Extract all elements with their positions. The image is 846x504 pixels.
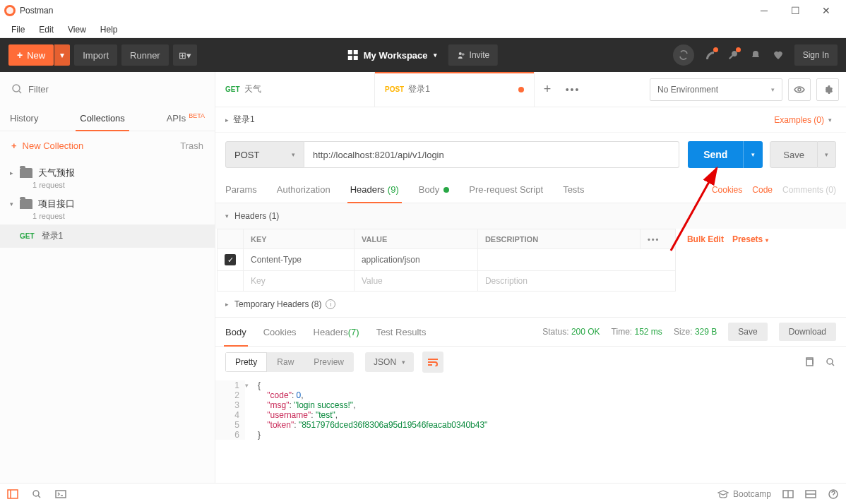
method-selector[interactable]: POST▾	[225, 141, 304, 168]
bulk-edit-link[interactable]: Bulk Edit	[687, 234, 724, 244]
bell-icon[interactable]	[749, 49, 762, 61]
format-selector[interactable]: JSON▾	[365, 352, 414, 372]
two-pane-icon[interactable]	[805, 488, 816, 500]
svg-rect-6	[8, 490, 18, 498]
sidebar-tab-apis[interactable]: APIsBETA	[157, 106, 215, 131]
tab-body[interactable]: Body	[419, 176, 450, 203]
save-response-button[interactable]: Save	[728, 323, 767, 341]
resp-tab-tests[interactable]: Test Results	[376, 318, 427, 346]
bootcamp-link[interactable]: Bootcamp	[717, 489, 771, 499]
add-tab-button[interactable]: +	[535, 82, 560, 97]
response-body[interactable]: 1▾{ 2 "code": 0, 3 "msg": "login success…	[215, 378, 846, 483]
table-row[interactable]: ✓ Content-Type application/json	[218, 249, 845, 271]
request-subtabs: Params Authorization Headers(9) Body Pre…	[215, 176, 846, 203]
invite-button[interactable]: Invite	[448, 44, 499, 66]
window-close-button[interactable]: ✕	[811, 1, 842, 20]
wrench-icon[interactable]	[727, 49, 739, 61]
new-button[interactable]: +New	[8, 44, 54, 66]
tab-prerequest[interactable]: Pre-request Script	[469, 176, 543, 203]
content-area: GET 天气 POST 登录1 + ••• No Environment▾ ▸ …	[215, 72, 846, 483]
save-dropdown-button[interactable]: ▾	[818, 141, 836, 168]
tab-params[interactable]: Params	[225, 176, 257, 203]
menubar: File Edit View Help	[0, 21, 846, 38]
info-icon[interactable]: i	[326, 299, 335, 309]
cookies-link[interactable]: Cookies	[712, 185, 742, 195]
filter-row	[0, 72, 215, 106]
menu-view[interactable]: View	[62, 23, 92, 36]
comments-link[interactable]: Comments (0)	[782, 185, 836, 195]
columns-menu-button[interactable]: •••	[648, 235, 660, 244]
console-icon[interactable]	[55, 488, 66, 500]
request-row: POST▾ Send ▾ Save ▾	[215, 133, 846, 176]
code-link[interactable]: Code	[752, 185, 773, 195]
view-preview[interactable]: Preview	[304, 352, 354, 372]
download-button[interactable]: Download	[779, 323, 836, 341]
tab-headers[interactable]: Headers(9)	[350, 176, 399, 203]
workspace-selector[interactable]: My Workspace ▾	[348, 50, 437, 61]
presets-link[interactable]: Presets	[732, 234, 763, 244]
tab-tests[interactable]: Tests	[563, 176, 584, 203]
new-tab-button[interactable]: ⊞▾	[173, 44, 197, 66]
signin-button[interactable]: Sign In	[794, 44, 838, 66]
tab-authorization[interactable]: Authorization	[277, 176, 330, 203]
copy-icon[interactable]	[804, 356, 815, 368]
import-button[interactable]: Import	[74, 44, 117, 66]
caret-down-icon: ▾	[434, 52, 437, 59]
window-maximize-button[interactable]: ☐	[780, 1, 811, 20]
collection-item[interactable]: ▾项目接口 1 request	[0, 193, 215, 224]
save-button[interactable]: Save	[770, 141, 818, 168]
send-dropdown-button[interactable]: ▾	[743, 141, 763, 168]
view-pretty[interactable]: Pretty	[225, 352, 267, 372]
runner-button[interactable]: Runner	[121, 44, 169, 66]
request-name: 登录1	[233, 114, 255, 126]
resp-tab-body[interactable]: Body	[225, 318, 246, 346]
resp-tab-cookies[interactable]: Cookies	[263, 318, 297, 346]
menu-file[interactable]: File	[6, 23, 30, 36]
menu-help[interactable]: Help	[95, 23, 124, 36]
layout-icon[interactable]	[782, 488, 794, 500]
heart-icon[interactable]	[772, 49, 785, 61]
new-collection-link[interactable]: New Collection	[23, 140, 84, 151]
help-icon[interactable]	[828, 488, 839, 500]
table-row-new[interactable]: Key Value Description	[218, 271, 845, 292]
preview-env-button[interactable]	[788, 78, 811, 101]
headers-table: KEY VALUE DESCRIPTION ••• Bulk EditPrese…	[217, 229, 845, 292]
sync-icon[interactable]	[673, 44, 694, 66]
caret-right-icon: ▸	[10, 169, 17, 176]
find-icon[interactable]	[31, 488, 42, 500]
search-icon	[11, 83, 23, 95]
examples-link[interactable]: Examples (0)▾	[774, 115, 836, 125]
sidebar-tab-collections[interactable]: Collections	[70, 106, 135, 131]
svg-point-2	[13, 85, 20, 92]
settings-button[interactable]	[816, 78, 839, 101]
grid-icon	[348, 50, 358, 60]
sidebar-tab-history[interactable]: History	[0, 106, 48, 131]
checkbox-checked-icon[interactable]: ✓	[225, 254, 236, 265]
request-tab-bar: GET 天气 POST 登录1 + ••• No Environment▾	[215, 72, 846, 107]
tab-menu-button[interactable]: •••	[560, 84, 585, 95]
trash-link[interactable]: Trash	[180, 140, 203, 151]
satellite-icon[interactable]	[704, 49, 717, 61]
menu-edit[interactable]: Edit	[33, 23, 59, 36]
folder-icon	[20, 199, 32, 209]
sidebar-toggle-icon[interactable]	[7, 488, 18, 500]
dot-icon	[443, 187, 449, 193]
request-item[interactable]: GET 登录1	[0, 224, 215, 248]
new-dropdown-button[interactable]: ▾	[54, 44, 70, 66]
view-segmented: Pretty Raw Preview	[225, 352, 354, 372]
url-input[interactable]	[304, 141, 679, 168]
headers-section-header[interactable]: ▾Headers (1)	[215, 203, 846, 229]
request-tab[interactable]: POST 登录1	[375, 72, 535, 107]
window-minimize-button[interactable]: ─	[749, 1, 780, 20]
temp-headers-header[interactable]: ▸Temporary Headers (8)i	[215, 292, 846, 317]
search-icon[interactable]	[825, 356, 836, 368]
resp-tab-headers[interactable]: Headers (7)	[314, 318, 359, 346]
send-button[interactable]: Send	[688, 141, 743, 168]
wrap-lines-button[interactable]	[422, 352, 443, 373]
view-raw[interactable]: Raw	[267, 352, 304, 372]
new-collection-row: + New Collection Trash	[0, 131, 215, 160]
filter-input[interactable]	[23, 84, 203, 95]
environment-selector[interactable]: No Environment▾	[650, 78, 782, 101]
request-tab[interactable]: GET 天气	[215, 72, 375, 107]
collection-item[interactable]: ▸天气预报 1 request	[0, 162, 215, 193]
